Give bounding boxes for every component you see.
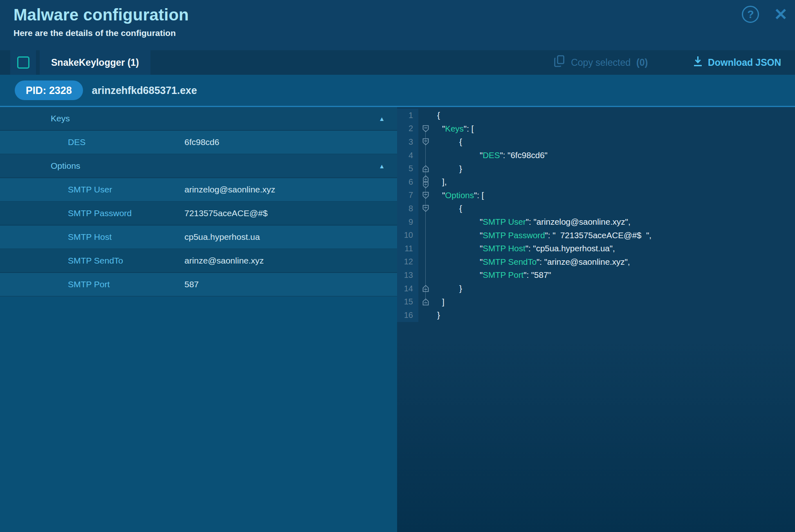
copy-selected-button[interactable]: Copy selected (0) <box>554 55 648 70</box>
json-key-token: Options <box>445 190 474 200</box>
fold-column <box>418 255 433 269</box>
select-all-cell <box>10 50 36 75</box>
fold-column <box>418 189 433 202</box>
json-code-text: "SMTP Host": "cp5ua.hyperhost.ua", <box>433 244 615 253</box>
line-number: 12 <box>397 255 418 269</box>
download-json-label: Download JSON <box>708 57 781 68</box>
config-value: arinze@saonline.xyz <box>184 256 264 266</box>
header-actions: ? ✕ <box>742 6 788 23</box>
json-line: 8{ <box>397 202 795 215</box>
json-line: 14} <box>397 282 795 295</box>
fold-column <box>418 135 433 149</box>
fold-collapse-icon[interactable] <box>422 182 429 188</box>
line-number: 10 <box>397 228 418 242</box>
fold-column <box>418 175 433 189</box>
fold-column <box>418 295 433 308</box>
config-key: SMTP User <box>68 185 184 194</box>
config-key: DES <box>68 137 184 147</box>
help-icon[interactable]: ? <box>742 6 759 23</box>
copy-selected-count: (0) <box>636 57 648 68</box>
json-line: 11"SMTP Host": "cp5ua.hyperhost.ua", <box>397 242 795 255</box>
fold-expand-icon[interactable] <box>422 165 429 172</box>
json-line: 16} <box>397 308 795 322</box>
fold-collapse-icon[interactable] <box>422 125 429 132</box>
select-all-checkbox[interactable] <box>17 56 29 69</box>
json-code-text: ] <box>433 297 445 307</box>
json-line: 3{ <box>397 135 795 149</box>
page-title: Malware configuration <box>13 6 795 24</box>
json-line: 9"SMTP User": "arinzelog@saonline.xyz", <box>397 215 795 229</box>
json-text-token: ] <box>442 297 445 306</box>
config-key: SMTP SendTo <box>68 256 184 266</box>
section-label: Options <box>51 161 80 171</box>
json-line: 10"SMTP Password": " 7213575aceACE@#$ ", <box>397 228 795 242</box>
download-icon <box>693 56 703 69</box>
json-line: 15] <box>397 295 795 308</box>
download-json-button[interactable]: Download JSON <box>693 56 781 69</box>
json-key-token: Keys <box>445 124 464 133</box>
fold-column <box>418 242 433 255</box>
fold-column <box>418 215 433 229</box>
copy-selected-label: Copy selected <box>571 57 631 68</box>
copy-icon <box>554 55 565 70</box>
json-viewer: 1{2"Keys": [3{4"DES": "6fc98cd6"5}6],7"O… <box>397 107 795 532</box>
fold-column <box>418 202 433 215</box>
json-code-text: { <box>433 203 462 213</box>
fold-expand-icon[interactable] <box>422 298 429 306</box>
fold-column <box>418 109 433 122</box>
fold-collapse-icon[interactable] <box>422 192 429 199</box>
line-number: 8 <box>397 202 418 215</box>
tab-bar: SnakeKeylogger (1) Copy selected (0) <box>0 50 795 75</box>
line-number: 3 <box>397 135 418 149</box>
json-line: 6], <box>397 175 795 189</box>
config-row: SMTP Userarinzelog@saonline.xyz <box>0 178 397 202</box>
fold-expand-icon[interactable] <box>422 285 429 292</box>
json-text-token: } <box>459 284 462 293</box>
json-text-token: ": [ <box>464 124 474 133</box>
tab-snakekeylogger[interactable]: SnakeKeylogger (1) <box>40 50 150 75</box>
config-key: SMTP Port <box>68 279 184 289</box>
json-code-text: "SMTP User": "arinzelog@saonline.xyz", <box>433 217 631 227</box>
line-number: 15 <box>397 295 418 308</box>
fold-column <box>418 268 433 282</box>
json-code-text: "Keys": [ <box>433 124 474 134</box>
config-value: 587 <box>184 279 199 289</box>
json-line: 13"SMTP Port": "587" <box>397 268 795 282</box>
line-number: 7 <box>397 189 418 202</box>
json-key-token: SMTP SendTo <box>483 257 537 266</box>
line-number: 14 <box>397 282 418 295</box>
fold-expand-icon[interactable] <box>422 175 429 182</box>
json-text-token: ": "arinzelog@saonline.xyz", <box>526 217 631 226</box>
json-key-token: DES <box>483 150 500 160</box>
section-header-row: Keys▲ <box>0 107 397 131</box>
json-key-token: SMTP Host <box>483 244 525 253</box>
tab-gap <box>36 50 40 75</box>
close-icon[interactable]: ✕ <box>774 6 788 22</box>
fold-column <box>418 122 433 136</box>
line-number: 1 <box>397 109 418 122</box>
malware-configuration-modal: Malware configuration Here are the detai… <box>0 0 795 532</box>
json-code-text: } <box>433 164 462 174</box>
json-line: 5} <box>397 162 795 175</box>
collapse-arrow-icon[interactable]: ▲ <box>379 115 385 122</box>
json-text-token: { <box>437 110 440 120</box>
config-value: arinzelog@saonline.xyz <box>184 185 275 194</box>
line-number: 2 <box>397 122 418 136</box>
json-line: 2"Keys": [ <box>397 122 795 136</box>
collapse-arrow-icon[interactable]: ▲ <box>379 163 385 170</box>
json-code-text: } <box>433 310 440 320</box>
fold-column <box>418 282 433 295</box>
json-code-text: "DES": "6fc98cd6" <box>433 150 548 160</box>
line-number: 5 <box>397 162 418 175</box>
json-code-text: { <box>433 110 440 120</box>
json-text-token: ], <box>442 177 447 186</box>
section-label: Keys <box>51 114 70 123</box>
fold-collapse-icon[interactable] <box>422 138 429 145</box>
tab-label: SnakeKeylogger (1) <box>51 57 139 68</box>
json-code-text: "SMTP SendTo": "arinze@saonline.xyz", <box>433 257 630 267</box>
config-row: DES6fc98cd6 <box>0 131 397 154</box>
json-text-token: ": "587" <box>523 270 551 279</box>
fold-collapse-icon[interactable] <box>422 205 429 212</box>
json-line: 1{ <box>397 109 795 122</box>
process-filename: arinzehfkd685371.exe <box>92 85 197 96</box>
